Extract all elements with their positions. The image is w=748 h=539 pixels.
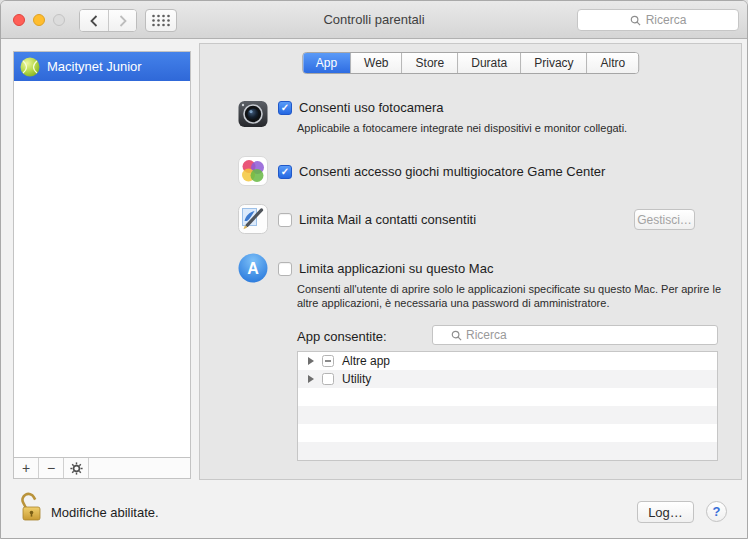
limit-apps-label: Limita applicazioni su questo Mac	[299, 261, 493, 276]
show-all-button[interactable]	[145, 9, 177, 32]
title-bar: Controlli parentali Ricerca	[1, 1, 747, 39]
add-user-button[interactable]: +	[14, 458, 39, 478]
tab-altro[interactable]: Altro	[588, 53, 639, 73]
altre-app-checkbox[interactable]	[322, 355, 334, 367]
forward-button	[108, 10, 136, 31]
user-list-item-macitynet-junior[interactable]: Macitynet Junior	[14, 52, 190, 81]
utility-label: Utility	[342, 372, 371, 386]
gear-icon	[70, 462, 83, 475]
tab-bar: App Web Store Durata Privacy Altro	[302, 52, 640, 74]
mail-limit-checkbox[interactable]	[278, 213, 292, 227]
user-list: Macitynet Junior + −	[13, 51, 191, 479]
list-item-altre-app[interactable]: Altre app	[298, 352, 717, 370]
user-name: Macitynet Junior	[47, 59, 142, 74]
tab-web[interactable]: Web	[351, 53, 402, 73]
zoom-button	[53, 14, 65, 26]
allowed-apps-label: App consentite:	[297, 329, 387, 344]
mail-stamp-icon	[238, 204, 268, 234]
tab-privacy[interactable]: Privacy	[521, 53, 587, 73]
toolbar-search-field[interactable]: Ricerca	[577, 9, 739, 31]
disclosure-triangle-icon[interactable]	[308, 375, 314, 383]
unlock-icon[interactable]	[21, 492, 45, 526]
camera-label: Consenti uso fotocamera	[299, 100, 444, 115]
empty-row	[298, 388, 717, 406]
allowed-apps-list: Altre app Utility	[297, 351, 718, 461]
svg-text:A: A	[247, 260, 259, 277]
allowed-apps-search-field[interactable]: Ricerca	[432, 325, 718, 345]
nav-buttons	[79, 9, 137, 32]
search-icon	[630, 15, 641, 26]
empty-row	[298, 406, 717, 424]
lock-status-text: Modifiche abilitate.	[51, 505, 159, 520]
disclosure-triangle-icon[interactable]	[308, 357, 314, 365]
altre-app-label: Altre app	[342, 354, 390, 368]
action-menu-button[interactable]	[64, 458, 89, 478]
toolbar-search-placeholder: Ricerca	[646, 13, 687, 27]
user-list-toolbar: + −	[14, 457, 190, 478]
minimize-button[interactable]	[33, 14, 45, 26]
settings-panel: App Web Store Durata Privacy Altro	[199, 43, 742, 480]
app-store-icon: A	[238, 253, 268, 283]
empty-row	[298, 424, 717, 442]
parental-controls-window: Controlli parentali Ricerca Macitynet Ju…	[0, 0, 748, 539]
camera-checkbox[interactable]	[278, 101, 292, 115]
tab-durata[interactable]: Durata	[458, 53, 521, 73]
remove-user-button[interactable]: −	[39, 458, 64, 478]
camera-description: Applicabile a fotocamere integrate nei d…	[297, 121, 737, 135]
tab-app[interactable]: App	[303, 53, 351, 73]
grid-icon	[151, 14, 171, 27]
mail-limit-label: Limita Mail a contatti consentiti	[299, 212, 476, 227]
search-icon	[451, 330, 462, 341]
limit-apps-checkbox[interactable]	[278, 262, 292, 276]
list-item-utility[interactable]: Utility	[298, 370, 717, 388]
help-button[interactable]: ?	[706, 501, 727, 522]
utility-checkbox[interactable]	[322, 373, 334, 385]
back-button[interactable]	[80, 10, 108, 31]
user-avatar-tennis-ball	[20, 57, 40, 77]
camera-icon	[238, 99, 268, 129]
tab-store[interactable]: Store	[403, 53, 459, 73]
limit-apps-description: Consenti all'utente di aprire solo le ap…	[297, 282, 721, 310]
close-button[interactable]	[13, 14, 25, 26]
window-title: Controlli parentali	[201, 12, 547, 27]
chevron-left-icon	[90, 15, 98, 27]
empty-row	[298, 442, 717, 460]
game-center-checkbox[interactable]	[278, 165, 292, 179]
allowed-apps-search-placeholder: Ricerca	[466, 328, 507, 342]
log-button[interactable]: Log…	[637, 501, 694, 523]
game-center-label: Consenti accesso giochi multigiocatore G…	[299, 164, 605, 179]
chevron-right-icon	[119, 15, 127, 27]
game-center-icon	[238, 156, 268, 186]
window-controls	[13, 14, 65, 26]
manage-contacts-button: Gestisci…	[634, 209, 695, 230]
